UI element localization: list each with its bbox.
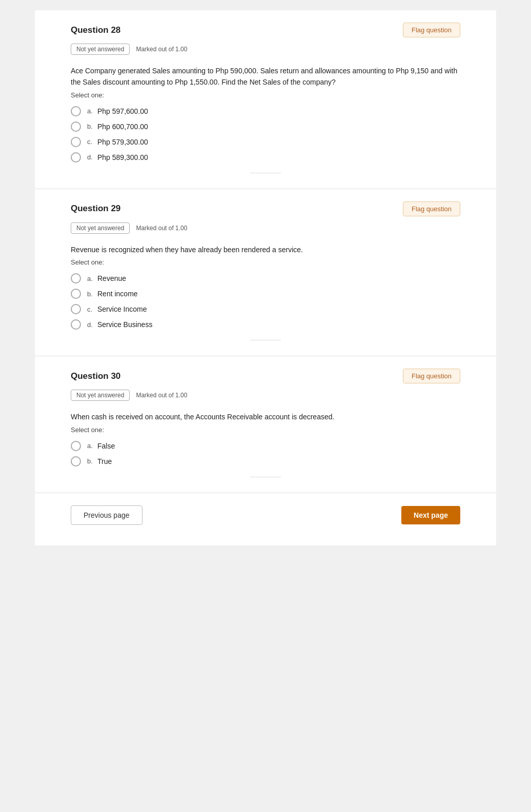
- options-list-q29: a.Revenueb.Rent incomec.Service Incomed.…: [71, 273, 460, 330]
- option-letter-q28-1: b.: [87, 123, 94, 130]
- question-block-q29: Question 29Flag questionNot yet answered…: [35, 189, 496, 356]
- option-label-q29-0: a.Revenue: [87, 274, 126, 282]
- option-letter-q28-0: a.: [87, 107, 94, 115]
- question-header-q30: Question 30Flag question: [71, 369, 460, 383]
- question-header-q29: Question 29Flag question: [71, 201, 460, 216]
- option-text-q30-0: False: [97, 442, 115, 450]
- next-page-button[interactable]: Next page: [401, 506, 460, 524]
- option-text-q29-2: Service Income: [97, 305, 147, 313]
- option-label-q28-0: a.Php 597,600.00: [87, 107, 148, 115]
- option-item-q28-2[interactable]: c.Php 579,300.00: [71, 137, 460, 147]
- option-text-q28-0: Php 597,600.00: [97, 107, 148, 115]
- status-row-q29: Not yet answeredMarked out of 1.00: [71, 222, 460, 234]
- option-label-q28-3: d.Php 589,300.00: [87, 153, 148, 161]
- option-label-q28-1: b.Php 600,700.00: [87, 123, 148, 131]
- option-item-q30-0[interactable]: a.False: [71, 441, 460, 451]
- question-text-q28: Ace Company generated Sales amounting to…: [71, 65, 460, 88]
- option-letter-q28-2: c.: [87, 138, 94, 146]
- option-radio-q30-1[interactable]: [71, 456, 81, 466]
- question-header-q28: Question 28Flag question: [71, 23, 460, 37]
- flag-button-q28[interactable]: Flag question: [403, 23, 460, 37]
- option-text-q29-0: Revenue: [97, 274, 126, 282]
- option-radio-q30-0[interactable]: [71, 441, 81, 451]
- option-radio-q28-3[interactable]: [71, 152, 81, 163]
- option-letter-q29-1: b.: [87, 290, 94, 298]
- question-block-q30: Question 30Flag questionNot yet answered…: [35, 356, 496, 493]
- select-one-label-q30: Select one:: [71, 426, 460, 434]
- option-item-q29-0[interactable]: a.Revenue: [71, 273, 460, 283]
- page-container: Question 28Flag questionNot yet answered…: [35, 10, 496, 545]
- option-text-q28-2: Php 579,300.00: [97, 138, 148, 146]
- option-item-q29-1[interactable]: b.Rent income: [71, 289, 460, 299]
- option-item-q28-0[interactable]: a.Php 597,600.00: [71, 106, 460, 116]
- option-letter-q28-3: d.: [87, 153, 94, 161]
- option-text-q29-3: Service Business: [97, 320, 152, 329]
- status-badge-q29: Not yet answered: [71, 222, 130, 234]
- option-label-q28-2: c.Php 579,300.00: [87, 138, 148, 146]
- marked-badge-q29: Marked out of 1.00: [136, 225, 187, 232]
- option-label-q29-1: b.Rent income: [87, 290, 138, 298]
- question-text-q29: Revenue is recognized when they have alr…: [71, 244, 460, 255]
- option-letter-q29-0: a.: [87, 275, 94, 282]
- option-label-q29-2: c.Service Income: [87, 305, 147, 313]
- marked-badge-q30: Marked out of 1.00: [136, 392, 187, 399]
- divider-q30: [250, 477, 281, 477]
- option-text-q30-1: True: [97, 457, 112, 465]
- option-item-q30-1[interactable]: b.True: [71, 456, 460, 466]
- option-radio-q29-0[interactable]: [71, 273, 81, 283]
- marked-badge-q28: Marked out of 1.00: [136, 46, 187, 53]
- question-block-q28: Question 28Flag questionNot yet answered…: [35, 10, 496, 189]
- select-one-label-q29: Select one:: [71, 258, 460, 266]
- option-letter-q29-2: c.: [87, 306, 94, 313]
- flag-button-q29[interactable]: Flag question: [403, 201, 460, 216]
- option-item-q29-3[interactable]: d.Service Business: [71, 319, 460, 330]
- option-radio-q28-1[interactable]: [71, 121, 81, 132]
- question-text-q30: When cash is received on account, the Ac…: [71, 411, 460, 422]
- option-radio-q29-2[interactable]: [71, 304, 81, 314]
- flag-button-q30[interactable]: Flag question: [403, 369, 460, 383]
- option-letter-q29-3: d.: [87, 321, 94, 329]
- options-list-q30: a.Falseb.True: [71, 441, 460, 466]
- footer: Previous page Next page: [35, 493, 496, 530]
- option-item-q29-2[interactable]: c.Service Income: [71, 304, 460, 314]
- status-row-q28: Not yet answeredMarked out of 1.00: [71, 44, 460, 55]
- select-one-label-q28: Select one:: [71, 91, 460, 99]
- status-badge-q30: Not yet answered: [71, 390, 130, 401]
- option-letter-q30-1: b.: [87, 457, 94, 465]
- status-row-q30: Not yet answeredMarked out of 1.00: [71, 390, 460, 401]
- option-label-q30-1: b.True: [87, 457, 112, 465]
- option-radio-q28-0[interactable]: [71, 106, 81, 116]
- option-letter-q30-0: a.: [87, 442, 94, 450]
- option-label-q30-0: a.False: [87, 442, 115, 450]
- divider-q29: [250, 340, 281, 340]
- option-radio-q29-3[interactable]: [71, 319, 81, 330]
- option-radio-q29-1[interactable]: [71, 289, 81, 299]
- divider-q28: [250, 173, 281, 173]
- option-text-q28-3: Php 589,300.00: [97, 153, 148, 161]
- option-item-q28-3[interactable]: d.Php 589,300.00: [71, 152, 460, 163]
- option-label-q29-3: d.Service Business: [87, 320, 152, 329]
- option-text-q28-1: Php 600,700.00: [97, 123, 148, 131]
- question-title-q30: Question 30: [71, 371, 120, 381]
- options-list-q28: a.Php 597,600.00b.Php 600,700.00c.Php 57…: [71, 106, 460, 163]
- previous-page-button[interactable]: Previous page: [71, 505, 142, 525]
- option-radio-q28-2[interactable]: [71, 137, 81, 147]
- question-title-q29: Question 29: [71, 204, 120, 214]
- question-title-q28: Question 28: [71, 25, 120, 35]
- option-item-q28-1[interactable]: b.Php 600,700.00: [71, 121, 460, 132]
- option-text-q29-1: Rent income: [97, 290, 138, 298]
- status-badge-q28: Not yet answered: [71, 44, 130, 55]
